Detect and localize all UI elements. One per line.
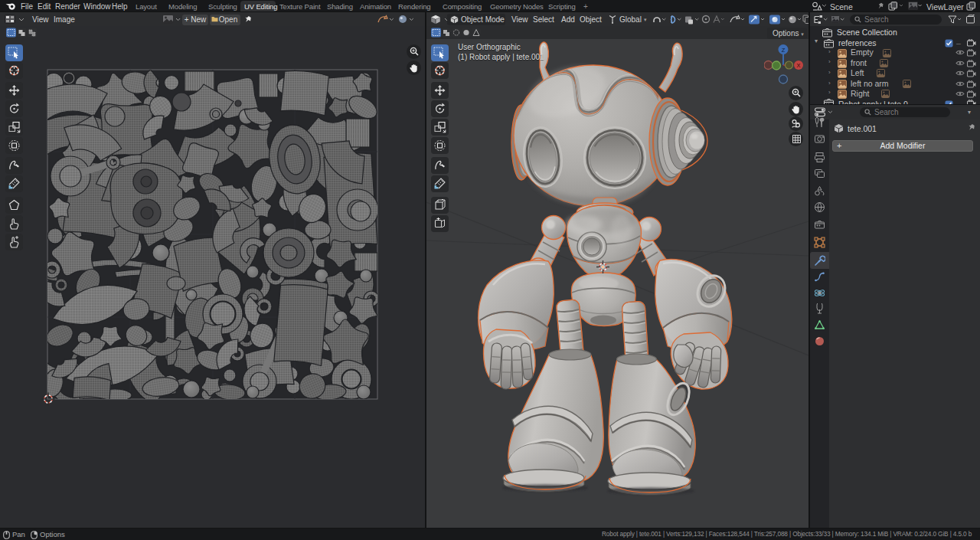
svg-text:Z: Z [782,47,786,54]
svg-text:X: X [796,62,800,69]
